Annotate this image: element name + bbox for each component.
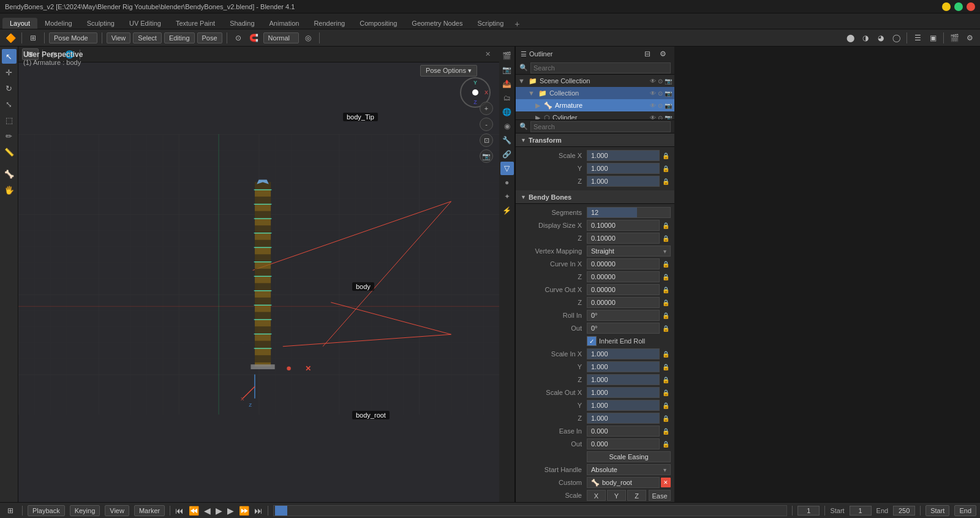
render-preview-icon[interactable]: ⬤ (843, 31, 857, 45)
pose-menu[interactable]: Pose (197, 32, 222, 43)
display-size-z-input[interactable]: 0.10000 (587, 233, 660, 244)
add-workspace-btn[interactable]: + (511, 19, 523, 29)
cyl-render-icon[interactable]: 📷 (665, 114, 672, 121)
tab-geometry-nodes[interactable]: Geometry Nodes (404, 18, 470, 29)
transform-section-header[interactable]: ▼ Transform (516, 133, 674, 147)
roll-out-lock[interactable]: 🔒 (661, 323, 671, 333)
tab-texture-paint[interactable]: Texture Paint (168, 18, 222, 29)
start-custom-value[interactable]: 🦴 body_root (587, 477, 660, 488)
bone-roll-tool[interactable]: 🦴 (2, 167, 17, 181)
vertex-mapping-dropdown[interactable]: Straight (587, 246, 671, 257)
prev-key-btn[interactable]: ⏪ (189, 506, 199, 516)
editor-type-icon[interactable]: ⊞ (26, 31, 40, 45)
scale-z-lock-icon[interactable]: 🔒 (661, 176, 671, 186)
pose-mode-dropdown[interactable]: Pose Mode (49, 32, 97, 43)
tab-shading[interactable]: Shading (222, 18, 262, 29)
ease-in-lock[interactable]: 🔒 (661, 426, 671, 436)
ease-out-lock[interactable]: 🔒 (661, 439, 671, 449)
display-size-x-lock[interactable]: 🔒 (661, 220, 671, 230)
curve-in-x-lock[interactable]: 🔒 (661, 259, 671, 269)
go-start-btn[interactable]: ⏮ (175, 506, 184, 516)
minimize-btn[interactable] (942, 2, 951, 11)
roll-in-input[interactable]: 0° (587, 310, 660, 321)
zoom-in-btn[interactable]: + (480, 102, 493, 115)
tab-sculpting[interactable]: Sculpting (80, 18, 122, 29)
curve-in-z-lock[interactable]: 🔒 (661, 272, 671, 282)
render-icon[interactable]: 📷 (665, 78, 672, 84)
editing-menu[interactable]: Editing (164, 32, 195, 43)
prop-constraint-icon[interactable]: 🔗 (500, 148, 514, 161)
scale-out-z-lock[interactable]: 🔒 (661, 413, 671, 423)
timeline-editor-icon[interactable]: ⊞ (4, 504, 17, 517)
start-scale-y-btn[interactable]: Y (607, 490, 626, 501)
scale-x-input[interactable]: 1.000 (587, 150, 660, 161)
play-btn[interactable]: ▶ (216, 506, 222, 516)
prop-object-icon[interactable]: ◉ (500, 119, 514, 133)
scale-in-z-input[interactable]: 1.000 (587, 374, 660, 385)
segments-input[interactable]: 12 (587, 207, 671, 218)
vp-editor-type[interactable]: ⊞ (22, 48, 39, 60)
arm-visibility-icon[interactable]: 👁 (650, 102, 656, 109)
scale-in-y-input[interactable]: 1.000 (587, 361, 660, 372)
prop-modifier-icon[interactable]: 🔧 (500, 133, 514, 147)
prev-frame-btn[interactable]: ◀ (204, 506, 211, 516)
start-handle-dropdown[interactable]: Absolute (587, 464, 671, 475)
col-selectable-icon[interactable]: ⊙ (658, 90, 663, 97)
bendy-bones-section-header[interactable]: ▼ Bendy Bones (516, 190, 674, 204)
scene-icon[interactable]: 🎬 (948, 31, 961, 45)
prop-scene-icon[interactable]: 🎬 (500, 49, 514, 62)
curve-out-z-input[interactable]: 0.00000 (587, 297, 660, 308)
scale-out-x-lock[interactable]: 🔒 (661, 388, 671, 397)
prop-output-icon[interactable]: 📤 (500, 77, 514, 91)
jump-start-btn[interactable]: Start (925, 505, 949, 516)
start-scale-x-btn[interactable]: X (587, 490, 606, 501)
viewport[interactable]: ⊞ ◎ 🌐 ✕ (18, 47, 499, 502)
next-frame-btn[interactable]: ▶ (227, 506, 234, 516)
proportional-icon[interactable]: ◎ (301, 31, 315, 45)
curve-in-x-input[interactable]: 0.00000 (587, 258, 660, 269)
cyl-selectable-icon[interactable]: ⊙ (658, 114, 663, 121)
prop-data-icon[interactable]: ▽ (500, 162, 514, 175)
cursor-tool[interactable]: ↖ (2, 49, 17, 64)
col-render-icon[interactable]: 📷 (665, 90, 672, 97)
scale-in-y-lock[interactable]: 🔒 (661, 362, 671, 372)
rotate-tool[interactable]: ↻ (2, 81, 17, 96)
properties-search-input[interactable] (530, 121, 671, 132)
prop-view-layer-icon[interactable]: 🗂 (500, 91, 514, 105)
scale-out-z-input[interactable]: 1.000 (587, 413, 660, 424)
tab-rendering[interactable]: Rendering (306, 18, 352, 29)
arm-render-icon[interactable]: 📷 (665, 102, 672, 109)
transform-tool[interactable]: ⬚ (2, 113, 17, 127)
select-menu[interactable]: Select (133, 32, 162, 43)
tab-compositing[interactable]: Compositing (352, 18, 404, 29)
display-size-z-lock[interactable]: 🔒 (661, 233, 671, 243)
jump-end-btn[interactable]: End (954, 505, 976, 516)
close-btn[interactable] (967, 2, 975, 11)
curve-out-z-lock[interactable]: 🔒 (661, 298, 671, 307)
vp-close-icon[interactable]: ✕ (485, 50, 491, 58)
scale-in-x-input[interactable]: 1.000 (587, 348, 660, 359)
scale-out-y-lock[interactable]: 🔒 (661, 400, 671, 410)
tab-modeling[interactable]: Modeling (37, 18, 80, 29)
next-key-btn[interactable]: ⏩ (239, 506, 249, 516)
outliner-armature[interactable]: ▶ 🦴 Armature 👁 ⊙ 📷 (516, 99, 674, 111)
roll-in-lock[interactable]: 🔒 (661, 310, 671, 320)
start-frame-input[interactable]: 1 (850, 506, 872, 516)
view-all-btn[interactable]: ⊡ (480, 133, 493, 147)
playback-btn[interactable]: Playback (28, 505, 65, 516)
scale-easing-btn[interactable]: Scale Easing (587, 451, 671, 462)
wireframe-icon[interactable]: ◯ (889, 31, 903, 45)
settings-icon[interactable]: ⚙ (963, 31, 976, 45)
material-preview-icon[interactable]: ◑ (859, 31, 872, 45)
scale-z-input[interactable]: 1.000 (587, 176, 660, 187)
solid-icon[interactable]: ◕ (874, 31, 888, 45)
vp-global[interactable]: 🌐 (62, 48, 76, 61)
go-end-btn[interactable]: ⏭ (254, 506, 263, 516)
relax-tool[interactable]: 🖐 (2, 182, 17, 197)
zoom-out-btn[interactable]: - (480, 118, 493, 131)
outliner-cylinder[interactable]: ▶ ⬡ Cylinder 👁 ⊙ 📷 (516, 111, 674, 120)
curve-out-x-lock[interactable]: 🔒 (661, 285, 671, 295)
snap-icon[interactable]: 🧲 (247, 31, 261, 45)
pivot-icon[interactable]: ⊙ (232, 31, 245, 45)
scale-x-lock-icon[interactable]: 🔒 (661, 151, 671, 160)
